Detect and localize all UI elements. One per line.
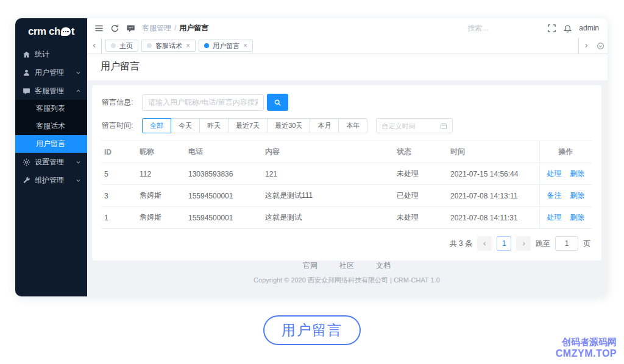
close-icon[interactable]: ×: [186, 42, 190, 49]
footer-links: 官网 社区 文档: [92, 261, 601, 271]
copyright: Copyright © 2020 西安众邦网络科技有限公司 | CRM-CHAT…: [92, 276, 601, 285]
tabs-scroll-right-button[interactable]: [578, 38, 593, 54]
chat-icon: [23, 87, 30, 95]
sidebar-item-service-management[interactable]: 客服管理: [15, 82, 87, 100]
delete-link[interactable]: 删除: [570, 191, 584, 200]
chevron-down-icon: [76, 178, 81, 183]
search-button[interactable]: [267, 94, 288, 111]
time-filter-last7days[interactable]: 最近7天: [228, 118, 268, 133]
page-unit-label: 页: [583, 239, 590, 249]
col-content: 内容: [263, 141, 394, 163]
delete-link[interactable]: 删除: [570, 213, 584, 222]
sidebar-subitem-service-scripts[interactable]: 客服话术: [15, 117, 87, 135]
time-filter-today[interactable]: 今天: [171, 118, 200, 133]
delete-link[interactable]: 删除: [570, 169, 584, 178]
search-icon: [274, 99, 282, 107]
chevron-left-icon: [91, 43, 98, 49]
cell-phone: 15594500001: [186, 207, 263, 229]
footer-link-docs[interactable]: 文档: [376, 261, 391, 271]
process-link[interactable]: 处理: [547, 213, 562, 222]
sidebar-subitem-service-list[interactable]: 客服列表: [15, 100, 87, 117]
user-menu[interactable]: admin: [579, 24, 599, 32]
bell-icon[interactable]: [563, 24, 572, 33]
cell-id: 3: [102, 185, 137, 207]
chevron-down-icon: [76, 159, 81, 165]
sidebar-item-statistics[interactable]: 统计: [15, 45, 87, 63]
page: crm cht 统计 用户管理 客服管理 客服列表: [0, 0, 624, 364]
cell-status: 未处理: [394, 207, 448, 229]
chevron-right-icon: [583, 43, 589, 49]
jump-page-input[interactable]: [555, 236, 578, 251]
message-icon[interactable]: [126, 24, 135, 33]
tab-home[interactable]: 主页: [105, 40, 138, 52]
cell-id: 1: [102, 207, 137, 229]
message-search-input[interactable]: [142, 94, 264, 111]
sidebar-submenu: 客服列表 客服话术 用户留言: [15, 100, 87, 153]
cell-time: 2021-07-15 14:56:44: [448, 163, 539, 185]
table-header-row: ID 昵称 电话 内容 状态 时间 操作: [102, 141, 592, 163]
custom-time-input[interactable]: [381, 122, 440, 130]
col-actions: 操作: [539, 141, 592, 163]
hamburger-icon[interactable]: [94, 24, 104, 33]
calendar-icon: [440, 122, 447, 130]
breadcrumb-parent[interactable]: 客服管理: [142, 23, 171, 33]
page-number-button[interactable]: 1: [497, 236, 511, 251]
tab-dot-icon: [147, 43, 152, 48]
sidebar-item-settings-management[interactable]: 设置管理: [15, 153, 87, 171]
gear-icon: [23, 158, 30, 166]
col-id: ID: [102, 141, 137, 163]
breadcrumb-separator: /: [174, 24, 176, 32]
global-search-input[interactable]: [467, 24, 541, 32]
custom-time-picker[interactable]: [376, 118, 453, 133]
cell-phone: 15594500001: [186, 185, 263, 207]
chevron-left-icon: [482, 241, 488, 247]
circle-chevron-down-icon: [597, 42, 604, 50]
footer-link-official-site[interactable]: 官网: [303, 261, 317, 271]
table-row: 3 詹姆斯 15594500001 这就是测试111 已处理 2021-07-0…: [102, 185, 592, 207]
process-link[interactable]: 处理: [547, 169, 562, 178]
sidebar: crm cht 统计 用户管理 客服管理 客服列表: [15, 18, 87, 296]
refresh-icon[interactable]: [110, 24, 119, 33]
col-nickname: 昵称: [137, 141, 186, 163]
prev-page-button[interactable]: [477, 236, 492, 251]
tab-user-messages[interactable]: 用户留言 ×: [199, 40, 253, 52]
sidebar-item-user-management[interactable]: 用户管理: [15, 63, 87, 82]
close-icon[interactable]: ×: [243, 42, 247, 49]
col-status: 状态: [394, 141, 448, 163]
time-filter-row: 留言时间: 全部 今天 昨天 最近7天 最近30天 本月 本年: [102, 118, 592, 133]
wrench-icon: [23, 177, 30, 184]
user-icon: [23, 69, 30, 77]
cell-time: 2021-07-08 14:11:31: [448, 207, 539, 229]
cell-nickname: 詹姆斯: [137, 207, 186, 229]
sidebar-item-maintenance-management[interactable]: 维护管理: [15, 171, 87, 189]
message-time-label: 留言时间:: [102, 121, 142, 131]
footer-link-community[interactable]: 社区: [339, 261, 354, 271]
message-filter-row: 留言信息:: [102, 94, 592, 111]
next-page-button[interactable]: [516, 236, 531, 251]
caption-badge: 用户留言: [263, 315, 361, 345]
time-filter-this-year[interactable]: 本年: [338, 118, 367, 133]
time-filter-all[interactable]: 全部: [142, 118, 171, 133]
time-filter-last30days[interactable]: 最近30天: [267, 118, 310, 133]
chevron-right-icon: [521, 241, 526, 247]
time-filter-yesterday[interactable]: 昨天: [199, 118, 229, 133]
tab-service-scripts[interactable]: 客服话术 ×: [141, 40, 196, 52]
sidebar-subitem-user-messages[interactable]: 用户留言: [15, 135, 87, 153]
messages-table: ID 昵称 电话 内容 状态 时间 操作 5: [102, 141, 592, 229]
tabs-scroll-left-button[interactable]: [87, 38, 102, 54]
message-info-label: 留言信息:: [102, 97, 142, 108]
page-title: 用户留言: [101, 61, 140, 71]
app-footer: 官网 社区 文档 Copyright © 2020 西安众邦网络科技有限公司 |…: [92, 261, 601, 296]
cell-status: 已处理: [394, 185, 448, 207]
cell-nickname: 112: [137, 163, 186, 185]
cell-nickname: 詹姆斯: [137, 185, 186, 207]
cell-phone: 13038593836: [186, 163, 263, 185]
pagination-total: 共 3 条: [450, 239, 472, 249]
remark-link[interactable]: 备注: [547, 191, 562, 200]
watermark-line2: CMZYM.TOP: [556, 348, 617, 360]
sidebar-item-label: 统计: [35, 49, 49, 60]
fullscreen-icon[interactable]: [547, 24, 556, 33]
time-filter-this-month[interactable]: 本月: [310, 118, 339, 133]
tabs-options-button[interactable]: [593, 38, 608, 54]
home-icon: [23, 51, 30, 58]
